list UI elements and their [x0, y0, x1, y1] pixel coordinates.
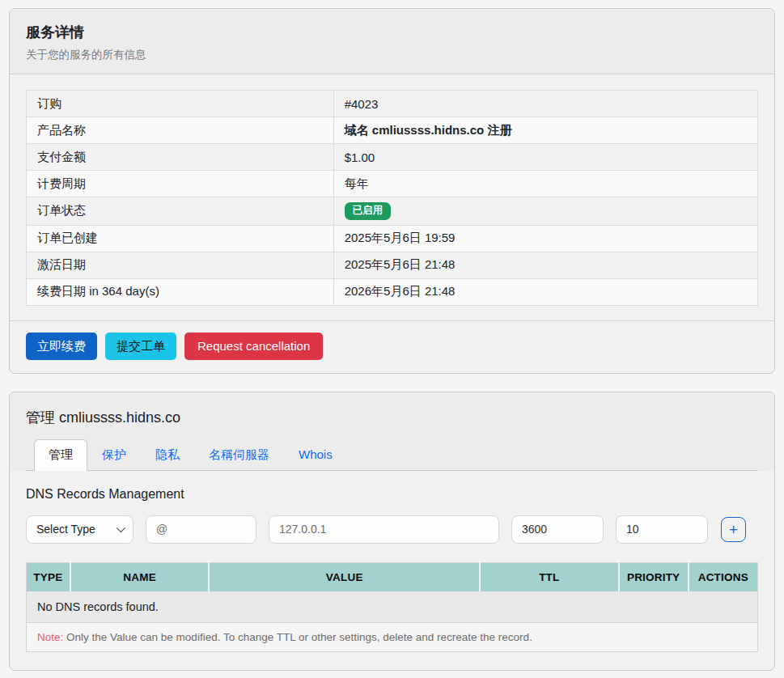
- row-value-order: #4023: [333, 91, 757, 117]
- manage-header: 管理 cmliussss.hidns.co 管理 保护 隐私 名稱伺服器 Who…: [10, 392, 774, 471]
- renew-now-button[interactable]: 立即续费: [26, 333, 97, 360]
- table-row: 计费周期 每年: [27, 171, 758, 197]
- tab-nameservers[interactable]: 名稱伺服器: [194, 439, 284, 471]
- col-header-value: VALUE: [209, 562, 479, 591]
- col-header-ttl: TTL: [480, 562, 619, 591]
- col-header-name: NAME: [70, 562, 210, 591]
- record-type-select[interactable]: Select Type: [26, 515, 133, 544]
- page-title: 服务详情: [26, 23, 758, 42]
- dns-note-row: Note: Only the Value can be modified. To…: [27, 622, 758, 651]
- table-row: 产品名称 域名 cmliussss.hidns.co 注册: [27, 117, 758, 144]
- table-row: 订单已创建 2025年5月6日 19:59: [27, 225, 758, 252]
- service-details-table: 订购 #4023 产品名称 域名 cmliussss.hidns.co 注册 支…: [26, 90, 758, 306]
- dns-add-record-form: Select Type +: [26, 515, 758, 544]
- dns-section-title: DNS Records Management: [26, 487, 758, 502]
- tab-manage[interactable]: 管理: [34, 439, 87, 471]
- dns-empty-message: No DNS records found.: [27, 591, 758, 623]
- col-header-actions: ACTIONS: [689, 562, 758, 591]
- row-value-cycle: 每年: [333, 171, 757, 197]
- dns-management-body: DNS Records Management Select Type + TYP…: [10, 471, 774, 670]
- table-row: 订购 #4023: [27, 91, 758, 117]
- record-priority-input[interactable]: [616, 515, 708, 544]
- table-row: 订单状态 已启用: [27, 197, 758, 226]
- page: 服务详情 关于您的服务的所有信息 订购 #4023 产品名称 域名 cmlius…: [0, 0, 784, 678]
- row-label-product: 产品名称: [27, 117, 334, 144]
- row-label-status: 订单状态: [27, 197, 334, 226]
- table-row: 激活日期 2025年5月6日 21:48: [27, 252, 758, 278]
- row-value-product: 域名 cmliussss.hidns.co 注册: [333, 117, 757, 144]
- status-badge: 已启用: [345, 202, 392, 220]
- row-label-created: 订单已创建: [27, 225, 334, 252]
- service-details-body: 订购 #4023 产品名称 域名 cmliussss.hidns.co 注册 支…: [10, 74, 774, 320]
- note-label: Note:: [37, 631, 63, 643]
- note-text: Only the Value can be modified. To chang…: [63, 631, 532, 643]
- manage-domain-card: 管理 cmliussss.hidns.co 管理 保护 隐私 名稱伺服器 Who…: [9, 392, 775, 671]
- dns-records-table: TYPE NAME VALUE TTL PRIORITY ACTIONS No …: [26, 562, 758, 652]
- record-value-input[interactable]: [269, 515, 499, 544]
- row-label-amount: 支付金额: [27, 144, 334, 171]
- row-value-created: 2025年5月6日 19:59: [333, 225, 757, 252]
- service-details-card: 服务详情 关于您的服务的所有信息 订购 #4023 产品名称 域名 cmlius…: [9, 8, 775, 374]
- table-row: 支付金额 $1.00: [27, 144, 758, 171]
- tab-whois[interactable]: Whois: [284, 439, 347, 471]
- request-cancellation-button[interactable]: Request cancellation: [184, 333, 323, 360]
- record-ttl-input[interactable]: [511, 515, 604, 544]
- manage-title: 管理 cmliussss.hidns.co: [26, 408, 758, 427]
- service-actions: 立即续费 提交工单 Request cancellation: [10, 320, 774, 373]
- dns-empty-row: No DNS records found.: [27, 591, 758, 623]
- row-label-activated: 激活日期: [27, 252, 334, 278]
- dns-note-cell: Note: Only the Value can be modified. To…: [27, 622, 758, 651]
- col-header-priority: PRIORITY: [619, 562, 689, 591]
- row-label-order: 订购: [27, 91, 334, 117]
- col-header-type: TYPE: [27, 562, 70, 591]
- submit-ticket-button[interactable]: 提交工单: [105, 333, 176, 360]
- tab-privacy[interactable]: 隐私: [141, 439, 194, 471]
- plus-icon: +: [729, 522, 738, 537]
- chevron-down-icon: [117, 523, 125, 532]
- page-subtitle: 关于您的服务的所有信息: [26, 48, 758, 62]
- row-value-amount: $1.00: [333, 144, 757, 171]
- record-name-input[interactable]: [146, 515, 256, 544]
- row-value-renewal: 2026年5月6日 21:48: [333, 278, 757, 305]
- row-value-activated: 2025年5月6日 21:48: [333, 252, 757, 278]
- row-value-status: 已启用: [333, 197, 757, 226]
- service-details-header: 服务详情 关于您的服务的所有信息: [10, 9, 774, 74]
- row-label-cycle: 计费周期: [27, 171, 334, 197]
- record-type-selected-value: Select Type: [36, 523, 95, 536]
- table-row: 续费日期 in 364 day(s) 2026年5月6日 21:48: [27, 278, 758, 305]
- dns-table-header-row: TYPE NAME VALUE TTL PRIORITY ACTIONS: [27, 562, 758, 591]
- row-label-renewal: 续费日期 in 364 day(s): [27, 278, 334, 305]
- manage-tabs: 管理 保护 隐私 名稱伺服器 Whois: [26, 439, 758, 471]
- add-record-button[interactable]: +: [721, 517, 746, 542]
- tab-protection[interactable]: 保护: [87, 439, 141, 471]
